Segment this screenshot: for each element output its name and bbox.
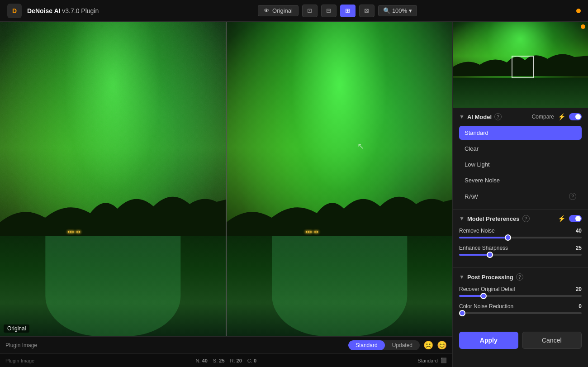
image-processed: ↖ [227,22,452,336]
top-bar-right [576,9,581,13]
status-center: N: 40 S: 25 R: 20 C: 0 [196,358,257,363]
model-pref-chevron: ▼ [459,215,465,222]
model-option-clear[interactable]: Clear [459,142,582,156]
view-split-v-button[interactable]: ⊞ [340,5,356,17]
lightning-icon[interactable]: ⚡ [558,113,565,120]
standard-toggle-btn[interactable]: Standard [348,340,385,350]
image-area: Original [0,22,452,367]
model-option-raw[interactable]: RAW ? [459,189,582,204]
enhance-sharpness-label: Enhance Sharpness [459,245,508,251]
mountain-left [0,186,226,242]
updated-toggle-btn[interactable]: Updated [385,340,420,350]
recover-detail-thumb[interactable] [480,293,487,299]
view-single-button[interactable]: ⊡ [302,5,318,17]
enhance-sharpness-track[interactable] [459,254,582,256]
model-option-low-light[interactable]: Low Light [459,157,582,172]
color-noise-value: 0 [569,303,582,310]
post-proc-chevron: ▼ [459,274,465,280]
status-bar: Plugin Image N: 40 S: 25 R: 20 C: 0 [0,353,452,367]
compare-bar-right: ☹️ 😊 [423,340,447,350]
model-preferences-title: Model Preferences [467,215,520,222]
compare-toggle: Standard Updated [348,340,420,350]
top-bar: D DeNoise AI v3.7.0 Plugin 👁 Original ⊡ … [0,0,588,22]
compare-bar: Plugin Image Standard Updated ☹️ 😊 [0,336,452,353]
color-noise-track[interactable] [459,312,582,314]
ai-model-header[interactable]: ▼ AI Model ? Compare ⚡ [459,113,582,120]
original-label: Original [4,324,29,333]
app-logo: D [7,4,22,18]
remove-noise-label: Remove Noise [459,228,495,234]
model-option-severe-noise[interactable]: Severe Noise [459,173,582,187]
remove-noise-track[interactable] [459,237,582,238]
notification-dot [576,9,581,13]
view-split-h-button[interactable]: ⊟ [321,5,337,17]
enhance-sharpness-thumb[interactable] [487,252,493,258]
status-right: Standard ⬛ [417,357,447,363]
raw-help-icon[interactable]: ? [569,193,576,200]
emoji-sad-btn[interactable]: ☹️ [423,340,433,350]
thumbnail-orange-dot [581,24,585,29]
recover-detail-slider-row: Recover Original Detail 20 [459,286,582,297]
recover-detail-track[interactable] [459,295,582,297]
lights-right [306,231,318,233]
view-compare-button[interactable]: ⊠ [359,5,375,17]
main-area: Original [0,22,588,367]
app-title: DeNoise AI v3.7.0 Plugin [27,7,99,14]
waterfall-right [227,236,452,336]
image-original: Original [0,22,227,336]
color-noise-label: Color Noise Reduction [459,303,513,310]
model-pref-header-right: ⚡ [558,215,582,222]
model-preferences-header[interactable]: ▼ Model Preferences ? ⚡ [459,215,582,222]
enhance-sharpness-fill [459,254,490,256]
model-preferences-section: ▼ Model Preferences ? ⚡ Remove Noise 40 [453,210,588,268]
ai-model-toggle[interactable] [569,113,582,120]
ai-model-chevron: ▼ [459,114,465,120]
enhance-sharpness-value: 25 [569,245,582,251]
compare-toggle-area: Standard Updated ☹️ 😊 [348,340,447,350]
model-option-standard[interactable]: Standard [459,126,582,140]
post-processing-header[interactable]: ▼ Post Processing ? [459,273,582,281]
enhance-sharpness-slider-row: Enhance Sharpness 25 [459,245,582,256]
image-viewport: Original [0,22,452,336]
plugin-image-label: Plugin Image [5,342,37,348]
recover-detail-fill [459,295,484,297]
model-preferences-help[interactable]: ? [522,215,530,222]
apply-button[interactable]: Apply [459,332,518,349]
view-controls: 👁 Original ⊡ ⊟ ⊞ ⊠ 🔍 100% ▾ [104,5,571,17]
recover-detail-label: Recover Original Detail [459,286,515,292]
emoji-happy-btn[interactable]: 😊 [437,340,447,350]
status-left: Plugin Image [5,358,34,363]
mountain-right [227,186,452,242]
remove-noise-thumb[interactable] [505,234,511,241]
model-options: Standard Clear Low Light Severe Noise RA… [459,126,582,204]
recover-detail-value: 20 [569,286,582,292]
post-processing-title: Post Processing [467,274,513,281]
color-noise-slider-row: Color Noise Reduction 0 [459,303,582,314]
color-noise-thumb[interactable] [459,310,465,316]
ai-model-header-right: Compare ⚡ [532,113,582,120]
remove-noise-slider-row: Remove Noise 40 [459,228,582,238]
remove-noise-fill [459,237,508,238]
model-pref-toggle[interactable] [569,215,582,222]
ai-model-section: ▼ AI Model ? Compare ⚡ Standard Clear [453,108,588,210]
lights-left [68,231,80,233]
cancel-button[interactable]: Cancel [522,332,582,349]
ai-model-help[interactable]: ? [494,113,502,120]
model-pref-lightning-icon[interactable]: ⚡ [558,215,565,222]
zoom-button[interactable]: 🔍 100% ▾ [378,5,417,16]
remove-noise-value: 40 [569,228,582,234]
right-panel: ▼ AI Model ? Compare ⚡ Standard Clear [452,22,588,367]
ai-model-title: AI Model [467,114,492,120]
thumbnail-waterfall [453,78,588,108]
original-button[interactable]: 👁 Original [258,5,299,16]
thumbnail-area [453,22,588,108]
compare-label[interactable]: Compare [532,114,554,120]
thumbnail-viewport-box[interactable] [512,56,534,78]
post-processing-help[interactable]: ? [516,273,523,281]
action-buttons: Apply Cancel [453,326,588,354]
waterfall-left [0,236,226,336]
post-processing-section: ▼ Post Processing ? Recover Original Det… [453,268,588,326]
